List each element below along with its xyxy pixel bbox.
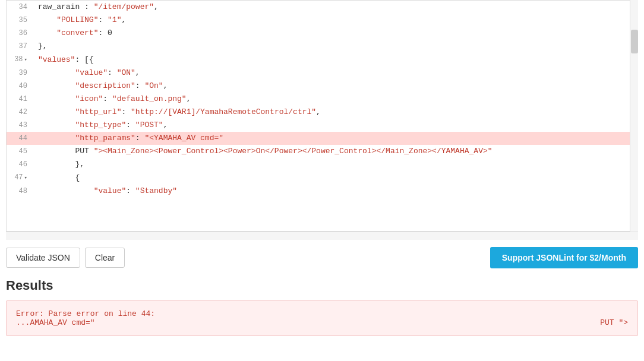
line-number: 35 xyxy=(7,14,33,27)
results-box: Error: Parse error on line 44: ...AMAHA_… xyxy=(6,300,638,336)
table-row: 34raw_arain : "/item/power", xyxy=(7,1,637,14)
line-number: 46 xyxy=(7,158,33,171)
error-right: PUT "> xyxy=(600,318,628,327)
line-number: 36 xyxy=(7,27,33,40)
code-line-content: "description": "On", xyxy=(33,80,637,93)
code-line-content: "http_type": "POST", xyxy=(33,119,637,132)
scrollbar-thumb[interactable] xyxy=(631,30,638,53)
line-number: 42 xyxy=(7,106,33,119)
code-editor[interactable]: 34raw_arain : "/item/power",35 "POLLING"… xyxy=(6,0,638,232)
table-row: 38▾"values": [{ xyxy=(7,53,637,66)
code-line-content: "convert": 0 xyxy=(33,27,637,40)
error-line1: Error: Parse error on line 44: xyxy=(16,309,628,318)
table-row: 43 "http_type": "POST", xyxy=(7,119,637,132)
code-line-content: raw_arain : "/item/power", xyxy=(33,1,637,14)
line-number: 40 xyxy=(7,80,33,93)
results-section: Results Error: Parse error on line 44: .… xyxy=(6,276,638,336)
code-editor-wrapper: 34raw_arain : "/item/power",35 "POLLING"… xyxy=(6,0,638,240)
table-row: 47▾ { xyxy=(7,171,637,185)
clear-button[interactable]: Clear xyxy=(85,248,125,268)
table-row: 40 "description": "On", xyxy=(7,80,637,93)
line-number: 37 xyxy=(7,40,33,53)
error-line2: ...AMAHA_AV cmd=" PUT "> xyxy=(16,318,628,327)
line-number: 34 xyxy=(7,1,33,14)
table-row: 45 PUT "><Main_Zone><Power_Control><Powe… xyxy=(7,145,637,158)
code-line-content: "values": [{ xyxy=(33,53,637,66)
code-line-content: "http_url": "http://[VAR1]/YamahaRemoteC… xyxy=(33,106,637,119)
code-line-content: PUT "><Main_Zone><Power_Control><Power>O… xyxy=(33,145,637,158)
table-row: 36 "convert": 0 xyxy=(7,27,637,40)
line-number: 41 xyxy=(7,93,33,106)
horizontal-scrollbar[interactable] xyxy=(6,232,638,240)
code-line-content: "POLLING": "1", xyxy=(33,14,637,27)
toolbar-left: Validate JSON Clear xyxy=(6,248,125,268)
code-table: 34raw_arain : "/item/power",35 "POLLING"… xyxy=(7,1,637,198)
line-number: 45 xyxy=(7,145,33,158)
code-line-content: }, xyxy=(33,40,637,53)
table-row: 44 "http_params": "<YAMAHA_AV cmd=" xyxy=(7,132,637,145)
table-row: 48 "value": "Standby" xyxy=(7,185,637,198)
code-line-content: "icon": "default_on.png", xyxy=(33,93,637,106)
code-line-content: "value": "ON", xyxy=(33,66,637,80)
line-number: 39 xyxy=(7,66,33,80)
code-line-content: }, xyxy=(33,158,637,171)
table-row: 35 "POLLING": "1", xyxy=(7,14,637,27)
table-row: 46 }, xyxy=(7,158,637,171)
line-number: 38▾ xyxy=(7,53,33,66)
fold-arrow-icon[interactable]: ▾ xyxy=(24,57,27,63)
code-line-content: "value": "Standby" xyxy=(33,185,637,198)
table-row: 37}, xyxy=(7,40,637,53)
table-row: 41 "icon": "default_on.png", xyxy=(7,93,637,106)
fold-arrow-icon[interactable]: ▾ xyxy=(24,175,27,181)
code-line-content: "http_params": "<YAMAHA_AV cmd=" xyxy=(33,132,637,145)
code-line-content: { xyxy=(33,171,637,185)
table-row: 42 "http_url": "http://[VAR1]/YamahaRemo… xyxy=(7,106,637,119)
line-number: 44 xyxy=(7,132,33,145)
line-number: 43 xyxy=(7,119,33,132)
table-row: 39 "value": "ON", xyxy=(7,66,637,80)
line-number: 48 xyxy=(7,185,33,198)
validate-button[interactable]: Validate JSON xyxy=(6,248,80,268)
line-number: 47▾ xyxy=(7,171,33,185)
vertical-scrollbar[interactable] xyxy=(630,0,638,232)
results-title: Results xyxy=(6,278,638,293)
support-button[interactable]: Support JSONLint for $2/Month xyxy=(490,247,638,268)
error-left: ...AMAHA_AV cmd=" xyxy=(16,318,95,327)
toolbar: Validate JSON Clear Support JSONLint for… xyxy=(6,240,638,276)
